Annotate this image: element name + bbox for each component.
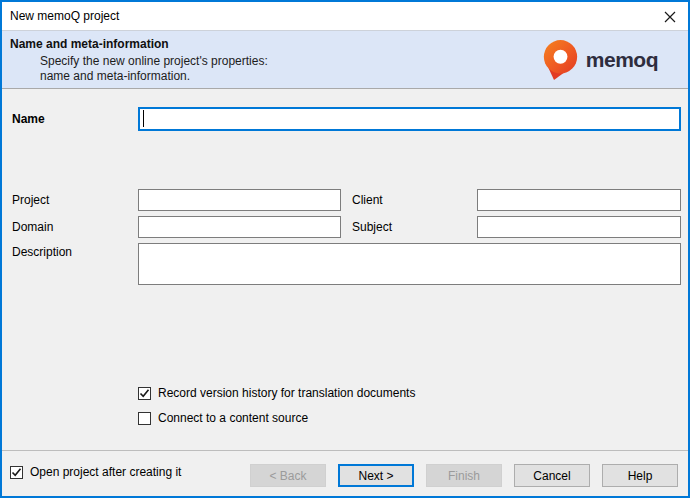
name-input[interactable] — [138, 107, 681, 131]
wizard-step-subtitle-line1: Specify the new online project's propert… — [40, 54, 268, 68]
close-button[interactable] — [657, 5, 683, 28]
wizard-step-title: Name and meta-information — [10, 37, 169, 51]
checkbox-open-project-after-creating[interactable]: Open project after creating it — [10, 465, 181, 479]
wizard-step-subtitle-line2: name and meta-information. — [40, 69, 190, 83]
next-button[interactable]: Next > — [338, 464, 414, 487]
name-row: Name — [2, 107, 688, 131]
text-caret — [143, 110, 144, 127]
footer-bar: Open project after creating it < Back Ne… — [2, 450, 688, 496]
name-label: Name — [12, 107, 45, 131]
finish-button[interactable]: Finish — [426, 464, 502, 487]
wizard-header: Name and meta-information Specify the ne… — [2, 31, 688, 89]
checkbox-box-unchecked — [138, 412, 151, 425]
subject-label: Subject — [352, 216, 392, 238]
domain-label: Domain — [12, 216, 53, 238]
close-icon — [664, 11, 676, 23]
checkbox-box-checked — [10, 466, 23, 479]
checkbox-label: Connect to a content source — [158, 411, 308, 425]
memoq-logo: memoq — [542, 39, 658, 81]
checkbox-label: Record version history for translation d… — [158, 386, 415, 400]
project-label: Project — [12, 189, 49, 211]
client-input[interactable] — [477, 189, 681, 211]
memoq-wordmark: memoq — [586, 48, 658, 72]
checkbox-label: Open project after creating it — [30, 465, 181, 479]
title-bar[interactable]: New memoQ project — [2, 2, 688, 31]
client-label: Client — [352, 189, 383, 211]
subject-input[interactable] — [477, 216, 681, 238]
checkbox-box-checked — [138, 387, 151, 400]
domain-input[interactable] — [138, 216, 341, 238]
checkbox-record-version-history[interactable]: Record version history for translation d… — [138, 386, 415, 400]
description-textarea[interactable] — [138, 243, 681, 285]
new-memoq-project-dialog: New memoQ project Name and meta-informat… — [0, 0, 690, 498]
checkmark-icon — [11, 467, 22, 478]
checkbox-connect-content-source[interactable]: Connect to a content source — [138, 411, 308, 425]
memoq-logo-icon — [542, 39, 579, 81]
domain-subject-row: Domain Subject — [2, 216, 688, 238]
project-input[interactable] — [138, 189, 341, 211]
help-button[interactable]: Help — [602, 464, 678, 487]
description-label: Description — [12, 245, 72, 259]
window-title: New memoQ project — [10, 2, 119, 31]
cancel-button[interactable]: Cancel — [514, 464, 590, 487]
back-button[interactable]: < Back — [250, 464, 326, 487]
project-client-row: Project Client — [2, 189, 688, 211]
checkmark-icon — [139, 388, 150, 399]
